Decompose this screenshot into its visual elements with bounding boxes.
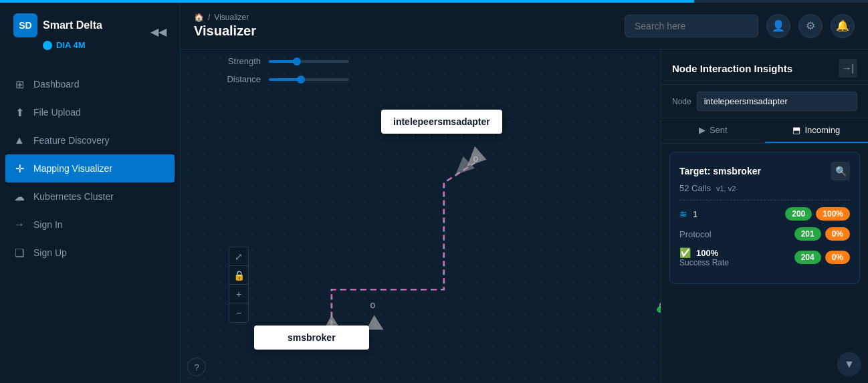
zoom-out-button[interactable]: − [229, 303, 248, 322]
distance-slider-row: Distance [221, 74, 349, 84]
breadcrumb-sep: / [208, 13, 210, 22]
right-panel: Node Interaction Insights →| Node ▶ Sent… [661, 49, 868, 383]
sidebar-item-mapping-visualizer[interactable]: ✛ Mapping Visualizer [5, 154, 175, 182]
sidebar-item-label: File Upload [33, 107, 81, 118]
visualizer-area: Strength Distance [181, 49, 868, 383]
scroll-hint[interactable]: ▼ [837, 352, 861, 376]
main-content: 🏠 / Visualizer Visualizer 👤 ⚙ 🔔 [181, 3, 868, 383]
logo-top: SD Smart Delta [13, 13, 102, 37]
distance-track[interactable] [269, 78, 349, 81]
insight-icon-label-1: ≋ 1 [679, 209, 697, 219]
svg-text:0: 0 [473, 155, 478, 164]
distance-fill [269, 78, 301, 81]
success-check-icon: ✅ [679, 247, 691, 258]
search-input[interactable] [635, 21, 748, 31]
user-icon-button[interactable]: 👤 [766, 14, 790, 38]
node-input-row: Node [661, 85, 868, 118]
svg-marker-1 [455, 156, 475, 175]
success-rate-label: Success Rate [679, 258, 729, 267]
sidebar-item-label: Feature Discovery [33, 135, 110, 146]
sidebar-item-sign-up[interactable]: ❏ Sign Up [0, 239, 180, 267]
sidebar-item-label: Dashboard [33, 79, 80, 90]
distance-thumb[interactable] [297, 76, 305, 84]
sign-in-icon: → [13, 219, 25, 231]
success-row: ✅ 100% [679, 247, 729, 258]
svg-text:0: 0 [659, 301, 661, 310]
bell-icon-button[interactable]: 🔔 [831, 14, 855, 38]
tab-incoming[interactable]: ⬒ Incoming [765, 118, 869, 143]
insight-row-1: ≋ 1 200 100% [679, 207, 850, 221]
sidebar-header: SD Smart Delta DIA 4M ◀◀ [0, 3, 180, 57]
strength-track[interactable] [269, 60, 349, 63]
insight-calls: 52 Calls v1, v2 [679, 183, 850, 193]
upload-icon: ⬆ [13, 106, 25, 118]
badge-0pct-2: 0% [825, 251, 850, 264]
collapse-button[interactable]: ◀◀ [150, 25, 167, 38]
sidebar-item-sign-in[interactable]: → Sign In [0, 211, 180, 239]
sidebar-item-dashboard[interactable]: ⊞ Dashboard [0, 70, 180, 98]
header-actions: 👤 ⚙ 🔔 [625, 14, 855, 38]
search-box[interactable] [625, 15, 758, 37]
insight-icon-label-3: ✅ 100% Success Rate [679, 247, 729, 267]
breadcrumb-home-icon: 🏠 [194, 13, 204, 22]
feature-icon: ▲ [13, 134, 25, 146]
page-title: Visualizer [194, 23, 256, 39]
insight-row-3: ✅ 100% Success Rate 204 0% [679, 247, 850, 267]
svg-point-3 [657, 306, 661, 313]
svg-text:0: 0 [370, 301, 375, 310]
node-smsbroker[interactable]: smsbroker [254, 326, 369, 350]
controls-overlay: Strength Distance [221, 56, 349, 84]
visualizer-icon: ✛ [13, 162, 25, 174]
insight-value-1: 1 [693, 209, 697, 219]
help-button[interactable]: ? [187, 358, 206, 376]
fullscreen-button[interactable]: ⤢ [229, 247, 248, 266]
panel-expand-button[interactable]: →| [839, 59, 857, 78]
sidebar-item-label: Kubernetes Cluster [33, 191, 114, 202]
mini-toolbar: ⤢ 🔒 + − [229, 247, 249, 323]
version-tag: v1, v2 [716, 184, 736, 193]
incoming-icon: ⬒ [792, 125, 800, 135]
node-intelepeers[interactable]: intelepeersmsadapter [381, 110, 502, 134]
svg-marker-0 [467, 146, 486, 166]
node-value-input[interactable] [697, 92, 857, 111]
insight-icon-label-2: Protocol [679, 229, 712, 239]
insight-action-button[interactable]: 🔍 [831, 162, 850, 180]
sidebar-item-label: Sign In [33, 219, 63, 230]
sidebar-nav: ⊞ Dashboard ⬆ File Upload ▲ Feature Disc… [0, 70, 180, 383]
badge-201: 201 [794, 227, 821, 241]
settings-icon-button[interactable]: ⚙ [798, 14, 823, 38]
success-value: 100% [696, 248, 718, 258]
insight-row-2: Protocol 201 0% [679, 227, 850, 241]
insight-target-text: Target: smsbroker [679, 166, 761, 176]
sent-icon: ▶ [699, 125, 706, 135]
sidebar-item-file-upload[interactable]: ⬆ File Upload [0, 98, 180, 126]
badge-group-2: 201 0% [794, 227, 850, 241]
canvas-area[interactable]: Strength Distance [181, 49, 661, 383]
logo-area: SD Smart Delta DIA 4M [13, 13, 102, 50]
badge-0pct-1: 0% [825, 227, 850, 241]
svg-marker-5 [366, 315, 383, 330]
logo-sub-dot [43, 41, 52, 50]
badge-group-1: 200 100% [785, 207, 850, 221]
strength-thumb[interactable] [293, 57, 301, 66]
badge-204: 204 [794, 251, 821, 264]
graph-svg: 0 0 0 [181, 49, 661, 383]
badge-group-3: 204 0% [794, 251, 850, 264]
sign-up-icon: ❏ [13, 247, 25, 259]
insight-card: Target: smsbroker 🔍 52 Calls v1, v2 [669, 152, 860, 284]
sidebar-item-feature-discovery[interactable]: ▲ Feature Discovery [0, 126, 180, 154]
badge-100pct: 100% [816, 207, 850, 221]
lock-button[interactable]: 🔒 [229, 266, 248, 285]
badge-200: 200 [785, 207, 812, 221]
insight-target: Target: smsbroker 🔍 [679, 162, 850, 180]
panel-tabs: ▶ Sent ⬒ Incoming [661, 118, 868, 144]
signal-icon: ≋ [679, 209, 687, 219]
content-header: 🏠 / Visualizer Visualizer 👤 ⚙ 🔔 [181, 3, 868, 49]
divider [679, 200, 850, 201]
zoom-in-button[interactable]: + [229, 285, 248, 303]
sidebar-item-label: Sign Up [33, 247, 67, 258]
tab-sent[interactable]: ▶ Sent [661, 118, 765, 143]
dashboard-icon: ⊞ [13, 78, 25, 90]
sidebar-item-kubernetes[interactable]: ☁ Kubernetes Cluster [0, 182, 180, 211]
logo-icon: SD [13, 13, 37, 37]
